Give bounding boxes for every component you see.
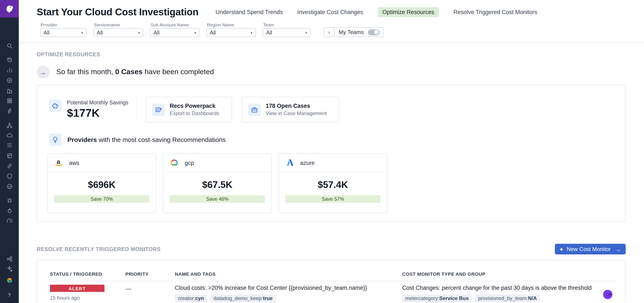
provider-card-azure[interactable]: azure $57.4K Save 57%: [278, 153, 387, 213]
provider-savings-value: $57.4K: [279, 179, 387, 191]
window: ? Start Your Cloud Cost Investigation Un…: [0, 0, 644, 303]
chevron-down-icon: ▾: [79, 30, 83, 35]
dropdown-value: All: [266, 30, 272, 35]
search-icon[interactable]: [0, 42, 19, 49]
cases-summary-text: So far this month, 0 Cases have been com…: [56, 68, 214, 76]
filter-bar: Provider All ▾ Servicename All ▾ Sub Acc…: [37, 22, 626, 37]
integrations-icon[interactable]: [0, 162, 19, 169]
filter-sub-account: Sub Account Name All ▾: [150, 22, 200, 37]
monitor-name: Cloud costs: >20% increase for Cost Cent…: [175, 285, 402, 291]
filter-label: Region Name: [207, 22, 256, 27]
col-monitor-type-group: COST MONITOR TYPE AND GROUP: [402, 272, 617, 277]
filter-servicename: Servicename All ▾: [94, 22, 143, 37]
monitors-section-title: RESOLVE RECENTLY TRIGGERED MONITORS: [37, 246, 160, 252]
chevron-right-icon[interactable]: ›: [324, 28, 334, 37]
page-header: Start Your Cloud Cost Investigation Unde…: [19, 0, 644, 43]
piggy-bank-icon: [49, 99, 62, 112]
savings-label: Potential Monthly Savings: [67, 99, 128, 105]
chevron-down-icon: ▾: [302, 30, 307, 35]
history-icon[interactable]: [0, 56, 19, 63]
tag-metercategory[interactable]: metercategory:Service Bus: [402, 295, 472, 302]
provider-cards: a aws $696K Save 70% gcp $67.5K Save 46%: [47, 153, 625, 213]
providers-heading: Providers with the most cost-saving Reco…: [49, 133, 625, 146]
content-area: OPTIMIZE RESOURCES → So far this month, …: [19, 51, 644, 303]
provider-save-percent: Save 46%: [170, 195, 265, 203]
optimize-section-title: OPTIMIZE RESOURCES: [37, 51, 626, 57]
filter-provider: Provider All ▾: [40, 22, 86, 37]
synthetics-icon[interactable]: [0, 183, 19, 190]
savings-value: $177K: [67, 106, 128, 120]
sidebar: ?: [0, 0, 19, 303]
bits-ai-avatar[interactable]: [603, 289, 613, 300]
dropdown-value: All: [97, 30, 103, 35]
ci-icon[interactable]: [0, 217, 19, 224]
my-teams-control: › My Teams: [324, 27, 384, 37]
my-teams-toggle[interactable]: [368, 29, 380, 35]
col-status-triggered: STATUS / TRIGGERED: [50, 272, 126, 277]
containers-icon[interactable]: [0, 97, 19, 104]
tag-datadog-demo-keep[interactable]: datadog_demo_keep:true: [210, 295, 276, 302]
table-header-row: STATUS / TRIGGERED PRIORITY NAME AND TAG…: [50, 260, 617, 281]
provider-save-percent: Save 57%: [285, 195, 380, 203]
tab-investigate-cost-changes[interactable]: Investigate Cost Changes: [297, 9, 363, 15]
cases-summary-row: → So far this month, 0 Cases have been c…: [37, 66, 626, 78]
service-map-icon[interactable]: [0, 122, 19, 129]
security-icon[interactable]: [0, 173, 19, 179]
case-icon: [248, 103, 260, 116]
ai-sparkle-icon[interactable]: [0, 265, 19, 272]
table-row[interactable]: ALERT 15 hours ago — Cloud costs: >20% i…: [50, 281, 617, 302]
main-area: Start Your Cloud Cost Investigation Unde…: [19, 0, 644, 303]
filter-label: Team: [263, 22, 310, 27]
toggle-knob: [374, 30, 379, 34]
dashboards-icon[interactable]: [0, 152, 19, 159]
chevron-down-icon: ▾: [248, 30, 252, 35]
metrics-icon[interactable]: [0, 66, 19, 73]
error-tracking-icon[interactable]: [0, 196, 19, 203]
tab-understand-spend-trends[interactable]: Understand Spend Trends: [216, 9, 283, 15]
filter-team: Team All ▾: [263, 22, 310, 37]
new-cost-monitor-button[interactable]: + New Cost Monitor →: [555, 244, 626, 255]
monitors-table: STATUS / TRIGGERED PRIORITY NAME AND TAG…: [37, 260, 626, 303]
region-dropdown[interactable]: All ▾: [206, 28, 256, 37]
logs-icon[interactable]: [0, 141, 19, 148]
dashboard-export-icon: [152, 103, 165, 116]
profiling-icon[interactable]: [0, 207, 19, 214]
col-name-and-tags: NAME AND TAGS: [175, 272, 402, 277]
sub-account-dropdown[interactable]: All ▾: [150, 28, 200, 37]
triggered-time: 15 hours ago: [50, 295, 126, 301]
optimize-card: Potential Monthly Savings $177K Recs Pow…: [37, 85, 626, 222]
svg-text:a: a: [57, 158, 60, 165]
tab-resolve-triggered-cost-monitors[interactable]: Resolve Triggered Cost Monitors: [453, 9, 537, 15]
watchdog-icon[interactable]: [0, 77, 19, 83]
arrow-right-icon[interactable]: →: [37, 66, 50, 78]
filter-label: Provider: [40, 22, 86, 27]
help-icon[interactable]: ?: [0, 292, 19, 298]
recs-powerpack-button[interactable]: Recs Powerpack Export to Dashboards: [146, 97, 232, 122]
provider-card-aws[interactable]: a aws $696K Save 70%: [47, 153, 156, 213]
provider-save-percent: Save 70%: [54, 195, 149, 203]
tag-creator[interactable]: creator:cyn: [175, 295, 207, 302]
col-priority: PRIORITY: [126, 272, 175, 277]
azure-icon: [285, 158, 295, 167]
open-cases-button[interactable]: 178 Open Cases View in Case Management: [242, 97, 339, 122]
tab-optimize-resources[interactable]: Optimize Resources: [378, 7, 439, 17]
provider-dropdown[interactable]: All ▾: [40, 28, 86, 37]
servicename-dropdown[interactable]: All ▾: [94, 28, 143, 37]
monitor-type: Cost Changes: percent change for the pas…: [402, 285, 617, 291]
provider-card-gcp[interactable]: gcp $67.5K Save 46%: [163, 153, 272, 213]
pipelines-icon[interactable]: [0, 255, 19, 262]
datadog-logo[interactable]: [0, 0, 19, 17]
priority-value: —: [126, 285, 175, 302]
chevron-down-icon: ▾: [192, 30, 196, 35]
cloud-icon[interactable]: [0, 132, 19, 138]
tag-provisioned-by-team[interactable]: provisioned_by_team:N/A: [475, 295, 540, 302]
apm-icon[interactable]: [0, 107, 19, 114]
infrastructure-icon[interactable]: [0, 87, 19, 94]
chevron-down-icon: ▾: [136, 30, 140, 35]
view-tabs: Understand Spend Trends Investigate Cost…: [216, 7, 538, 17]
team-dropdown[interactable]: All ▾: [263, 28, 310, 37]
vertical-divider: [136, 98, 136, 121]
gcp-icon: [170, 158, 179, 167]
page-title: Start Your Cloud Cost Investigation: [37, 6, 198, 18]
cloud-cost-icon[interactable]: [0, 277, 19, 284]
